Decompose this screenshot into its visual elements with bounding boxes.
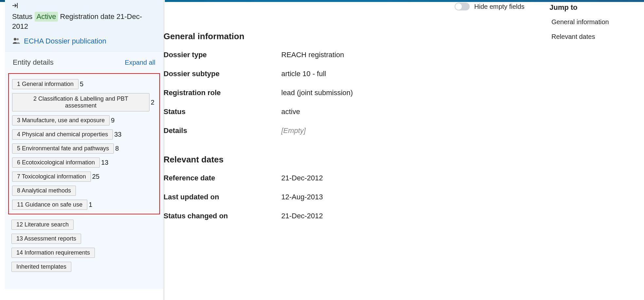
rd-k-updated: Last updated on <box>164 193 281 201</box>
status-label: Status <box>12 12 32 21</box>
entity-details-title: Entity details <box>13 58 54 67</box>
general-information-section: General information Dossier typeREACH re… <box>164 31 536 135</box>
section-11-count: 1 <box>89 201 92 208</box>
section-2-classification[interactable]: 2 Classification & Labelling and PBT ass… <box>12 93 149 111</box>
gi-v-dossier-subtype: article 10 - full <box>281 70 326 78</box>
section-1-general-info[interactable]: 1 General information <box>12 79 78 89</box>
jump-to-heading: Jump to <box>549 3 641 12</box>
section-6-count: 13 <box>101 159 108 166</box>
section-5-envfate[interactable]: 5 Environmental fate and pathways <box>12 143 114 154</box>
main-content: General information Dossier typeREACH re… <box>164 3 536 231</box>
dossier-publication-link[interactable]: ECHA Dossier publication <box>24 37 106 45</box>
section-1-count: 5 <box>80 80 83 88</box>
svg-point-0 <box>14 38 16 41</box>
gi-k-status: Status <box>164 108 281 116</box>
general-information-heading: General information <box>164 31 536 42</box>
entity-sections-rest: 12 Literature search 13 Assessment repor… <box>8 214 160 272</box>
jump-item-general-info[interactable]: General information <box>549 18 641 26</box>
section-5-count: 8 <box>115 145 119 152</box>
entity-sections-highlight: 1 General information5 2 Classification … <box>8 73 160 214</box>
gi-k-dossier-type: Dossier type <box>164 51 281 59</box>
gi-k-dossier-subtype: Dossier subtype <box>164 70 281 78</box>
section-8-analytical[interactable]: 8 Analytical methods <box>12 186 76 196</box>
collapse-icon[interactable] <box>12 3 19 10</box>
section-4-count: 33 <box>114 131 121 138</box>
section-6-ecotox[interactable]: 6 Ecotoxicological information <box>12 158 100 168</box>
section-inherited-templates[interactable]: Inherited templates <box>11 262 71 272</box>
regdate-label: Registration date <box>60 12 114 21</box>
section-7-tox[interactable]: 7 Toxicological information <box>12 172 91 182</box>
rd-v-updated: 12-Aug-2013 <box>281 193 323 201</box>
gi-v-reg-role: lead (joint submission) <box>281 89 353 97</box>
rd-k-statuschg: Status changed on <box>164 212 281 220</box>
section-7-count: 25 <box>92 173 99 180</box>
section-12-litsearch[interactable]: 12 Literature search <box>11 220 74 230</box>
left-panel: Status Active Registration date 21-Dec-2… <box>5 0 163 289</box>
svg-point-1 <box>17 38 19 40</box>
gi-v-dossier-type: REACH registration <box>281 51 344 59</box>
gi-v-details: [Empty] <box>281 126 306 135</box>
left-header: Status Active Registration date 21-Dec-2… <box>5 0 163 52</box>
gi-v-status: active <box>281 108 300 116</box>
relevant-dates-heading: Relevant dates <box>164 155 536 165</box>
jump-item-relevant-dates[interactable]: Relevant dates <box>549 33 641 41</box>
status-line: Status Active Registration date 21-Dec-2… <box>12 12 156 31</box>
section-4-physchem[interactable]: 4 Physical and chemical properties <box>12 129 113 140</box>
dossier-publication-row[interactable]: ECHA Dossier publication <box>12 37 156 45</box>
gi-k-details: Details <box>164 126 281 135</box>
section-3-count: 9 <box>111 117 114 124</box>
status-badge: Active <box>35 12 58 22</box>
expand-all-link[interactable]: Expand all <box>125 59 155 66</box>
rd-v-refdate: 21-Dec-2012 <box>281 174 323 182</box>
section-2-count: 2 <box>151 99 154 106</box>
relevant-dates-section: Relevant dates Reference date21-Dec-2012… <box>164 155 536 220</box>
section-14-inforeq[interactable]: 14 Information requirements <box>11 248 95 258</box>
rd-k-refdate: Reference date <box>164 174 281 182</box>
entity-details-header: Entity details Expand all <box>8 58 160 69</box>
section-13-assessment[interactable]: 13 Assessment reports <box>11 234 81 244</box>
entity-details-block: Entity details Expand all 1 General info… <box>5 52 163 289</box>
jump-to-panel: Jump to General information Relevant dat… <box>549 3 641 48</box>
section-3-manufacture[interactable]: 3 Manufacture, use and exposure <box>12 115 110 125</box>
section-11-safeuse[interactable]: 11 Guidance on safe use <box>12 200 87 210</box>
gi-k-reg-role: Registration role <box>164 89 281 97</box>
rd-v-statuschg: 21-Dec-2012 <box>281 212 323 220</box>
people-icon <box>12 37 21 45</box>
